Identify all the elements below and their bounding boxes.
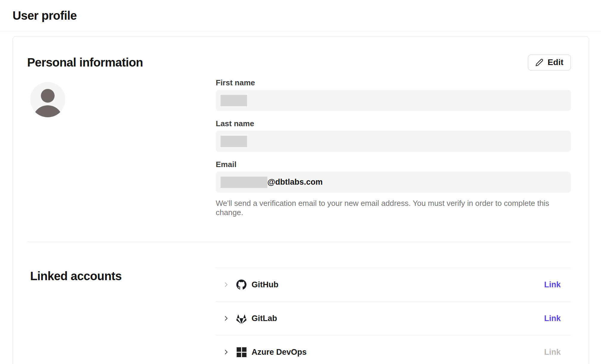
personal-info-header: Personal information Edit [27, 54, 571, 70]
redacted-value [221, 136, 247, 147]
fields-column: First name Last name Email @dbtlabs.com … [216, 78, 571, 217]
account-name: GitHub [252, 280, 278, 289]
avatar [30, 82, 65, 117]
redacted-value [221, 177, 267, 188]
email-domain-suffix: @dbtlabs.com [267, 178, 323, 187]
linked-accounts-title: Linked accounts [30, 269, 216, 283]
last-name-field [216, 131, 571, 152]
account-row-gitlab[interactable]: GitLab Link [216, 302, 571, 335]
edit-button[interactable]: Edit [528, 55, 571, 70]
first-name-group: First name [216, 78, 571, 111]
email-field: @dbtlabs.com [216, 172, 571, 193]
azure-devops-link-action: Link [544, 348, 561, 357]
last-name-group: Last name [216, 119, 571, 152]
github-link-action[interactable]: Link [544, 280, 561, 289]
email-helper-text: We'll send a verification email to your … [216, 199, 571, 217]
user-profile-card: Personal information Edit [13, 36, 589, 364]
gitlab-icon [236, 313, 247, 324]
linked-accounts-title-column: Linked accounts [27, 268, 216, 364]
chevron-right-icon[interactable] [222, 281, 230, 289]
account-name: GitLab [252, 314, 277, 323]
redacted-value [221, 95, 247, 106]
gitlab-link-action[interactable]: Link [544, 314, 561, 323]
personal-info-body: First name Last name Email @dbtlabs.com … [27, 78, 571, 217]
chevron-right-icon[interactable] [222, 348, 230, 356]
first-name-label: First name [216, 78, 571, 87]
email-label: Email [216, 160, 571, 169]
github-icon [236, 279, 247, 290]
personal-info-title: Personal information [27, 56, 143, 69]
edit-button-label: Edit [548, 58, 563, 67]
linked-accounts-list: GitHub Link GitLab Link [216, 268, 571, 364]
email-group: Email @dbtlabs.com We'll send a verifica… [216, 160, 571, 217]
chevron-right-icon[interactable] [222, 314, 230, 322]
section-divider [27, 242, 571, 242]
page-title: User profile [13, 9, 77, 22]
azure-devops-icon [236, 347, 247, 357]
account-row-azure-devops[interactable]: Azure DevOps Link [216, 335, 571, 364]
avatar-column [27, 78, 216, 217]
linked-accounts-section: Linked accounts GitHub Link [27, 268, 571, 364]
page-header: User profile [0, 0, 601, 31]
pencil-icon [535, 58, 543, 67]
first-name-field [216, 90, 571, 111]
account-row-github[interactable]: GitHub Link [216, 268, 571, 302]
account-name: Azure DevOps [252, 348, 307, 357]
last-name-label: Last name [216, 119, 571, 128]
